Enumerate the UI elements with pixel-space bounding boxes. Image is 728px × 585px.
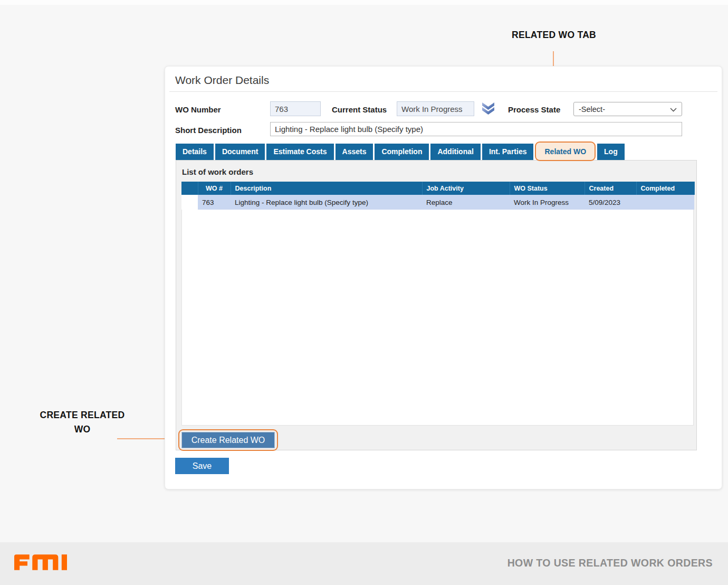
process-state-value: -Select- xyxy=(579,105,605,114)
col-blank xyxy=(181,182,198,195)
row-job-activity: Replace xyxy=(422,195,510,210)
tab-estimate-costs[interactable]: Estimate Costs xyxy=(266,144,333,160)
work-orders-table: WO # Description Job Activity WO Status … xyxy=(181,182,695,210)
work-order-details-card: Work Order Details WO Number Current Sta… xyxy=(165,66,722,489)
annotation-related-wo-tab: RELATED WO TAB xyxy=(499,28,609,42)
status-double-chevron-icon[interactable] xyxy=(481,101,496,118)
tab-assets[interactable]: Assets xyxy=(336,144,373,160)
col-completed: Completed xyxy=(636,182,694,195)
wo-number-input[interactable] xyxy=(270,101,321,116)
col-description: Description xyxy=(231,182,422,195)
current-status-input[interactable] xyxy=(397,101,474,116)
save-button[interactable]: Save xyxy=(175,458,229,474)
work-order-list-area: WO # Description Job Activity WO Status … xyxy=(181,182,694,426)
row-completed xyxy=(636,195,694,210)
page-title: Work Order Details xyxy=(175,74,269,87)
row-blank-cell xyxy=(181,195,198,210)
col-created: Created xyxy=(585,182,636,195)
row-description: Lighting - Replace light bulb (Specify t… xyxy=(231,195,422,210)
process-state-label: Process State xyxy=(508,105,560,114)
tab-int-parties[interactable]: Int. Parties xyxy=(482,144,534,160)
page: RELATED WO TAB CREATE RELATED WO Work Or… xyxy=(0,0,728,585)
row-created: 5/09/2023 xyxy=(585,195,636,210)
col-job-activity: Job Activity xyxy=(422,182,510,195)
table-row[interactable]: 763 Lighting - Replace light bulb (Speci… xyxy=(181,195,694,210)
related-wo-panel: List of work orders WO # Description Job… xyxy=(176,160,697,450)
current-status-label: Current Status xyxy=(332,105,387,114)
tab-document[interactable]: Document xyxy=(215,144,265,160)
tab-details[interactable]: Details xyxy=(176,144,214,160)
tab-log[interactable]: Log xyxy=(597,144,625,160)
table-header-row: WO # Description Job Activity WO Status … xyxy=(181,182,694,195)
top-strip xyxy=(0,0,728,5)
tab-additional[interactable]: Additional xyxy=(430,144,480,160)
title-divider xyxy=(169,91,717,92)
footer-caption: HOW TO USE RELATED WORK ORDERS xyxy=(507,557,713,569)
short-description-label: Short Description xyxy=(175,126,242,135)
wo-number-label: WO Number xyxy=(175,105,221,114)
list-title: List of work orders xyxy=(182,167,253,176)
row-wo-number-link[interactable]: 763 xyxy=(198,195,231,210)
short-description-input[interactable] xyxy=(270,122,682,136)
col-wo-number: WO # xyxy=(198,182,231,195)
tab-completion[interactable]: Completion xyxy=(375,144,429,160)
col-wo-status: WO Status xyxy=(510,182,585,195)
row-wo-status: Work In Progress xyxy=(510,195,585,210)
annotation-create-line1: CREATE RELATED xyxy=(31,408,134,422)
process-state-select[interactable]: -Select- xyxy=(573,102,682,116)
create-related-wo-button[interactable]: Create Related WO xyxy=(181,432,275,448)
footer: HOW TO USE RELATED WORK ORDERS xyxy=(0,542,728,585)
annotation-create-line2: WO xyxy=(31,422,134,437)
tab-bar: Details Document Estimate Costs Assets C… xyxy=(176,144,625,160)
tab-related-wo[interactable]: Related WO xyxy=(535,141,596,161)
annotation-create-related-wo: CREATE RELATED WO xyxy=(31,408,134,437)
chevron-down-icon xyxy=(670,105,677,114)
fmi-logo xyxy=(14,554,67,573)
